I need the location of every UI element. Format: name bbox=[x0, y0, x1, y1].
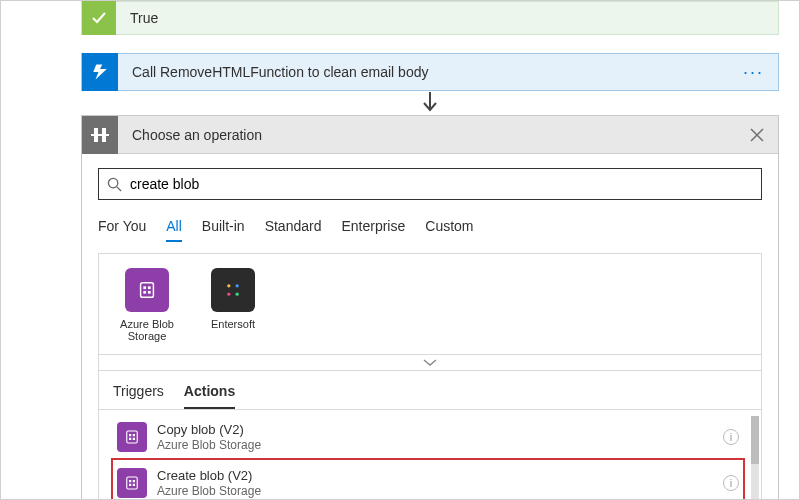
action-item-subtitle: Azure Blob Storage bbox=[157, 484, 261, 498]
subtab-actions[interactable]: Actions bbox=[184, 377, 235, 409]
svg-rect-18 bbox=[133, 438, 135, 440]
svg-rect-1 bbox=[94, 128, 98, 142]
svg-rect-17 bbox=[129, 438, 131, 440]
choose-operation-panel: Choose an operation For YouAllBuilt-inSt… bbox=[81, 115, 779, 500]
connector-entersoft[interactable]: Entersoft bbox=[197, 268, 269, 342]
azure-blob-storage-icon bbox=[125, 268, 169, 312]
flow-arrow bbox=[81, 91, 779, 115]
results-box: Azure Blob StorageEntersoft TriggersActi… bbox=[98, 253, 762, 500]
action-create-blob-v2-[interactable]: Create blob (V2)Azure Blob Storagei bbox=[113, 460, 743, 500]
svg-rect-20 bbox=[129, 480, 131, 482]
svg-rect-0 bbox=[91, 134, 109, 136]
choose-operation-title: Choose an operation bbox=[118, 127, 736, 143]
svg-rect-9 bbox=[148, 291, 151, 294]
svg-rect-8 bbox=[143, 291, 146, 294]
action-item-subtitle: Azure Blob Storage bbox=[157, 438, 261, 452]
svg-rect-23 bbox=[133, 484, 135, 486]
svg-rect-22 bbox=[129, 484, 131, 486]
action-item-title: Create blob (V2) bbox=[157, 468, 261, 484]
azure-function-icon bbox=[82, 53, 118, 91]
condition-true-header[interactable]: True bbox=[81, 1, 779, 35]
triggers-actions-tabs: TriggersActions bbox=[99, 370, 761, 409]
azure-blob-storage-icon bbox=[117, 422, 147, 452]
condition-title: True bbox=[116, 10, 158, 26]
close-icon[interactable] bbox=[736, 128, 778, 142]
operation-icon bbox=[82, 116, 118, 154]
search-icon bbox=[107, 177, 122, 192]
svg-rect-15 bbox=[129, 434, 131, 436]
choose-operation-header: Choose an operation bbox=[82, 116, 778, 154]
svg-point-11 bbox=[236, 284, 239, 287]
subtab-triggers[interactable]: Triggers bbox=[113, 377, 164, 409]
svg-rect-16 bbox=[133, 434, 135, 436]
svg-rect-2 bbox=[102, 128, 106, 142]
connector-azure-blob-storage[interactable]: Azure Blob Storage bbox=[111, 268, 183, 342]
checkmark-icon bbox=[82, 1, 116, 35]
connector-label: Entersoft bbox=[197, 318, 269, 330]
search-box[interactable] bbox=[98, 168, 762, 200]
entersoft-icon bbox=[211, 268, 255, 312]
search-input[interactable] bbox=[122, 176, 753, 192]
svg-point-10 bbox=[227, 284, 230, 287]
svg-point-3 bbox=[108, 178, 117, 187]
svg-point-13 bbox=[236, 293, 239, 296]
filter-tab-all[interactable]: All bbox=[166, 212, 182, 242]
filter-tab-custom[interactable]: Custom bbox=[425, 212, 473, 242]
filter-tabs: For YouAllBuilt-inStandardEnterpriseCust… bbox=[98, 212, 762, 243]
expand-connectors-icon[interactable] bbox=[99, 354, 761, 370]
action-copy-blob-v2-[interactable]: Copy blob (V2)Azure Blob Storagei bbox=[113, 414, 743, 460]
filter-tab-standard[interactable]: Standard bbox=[265, 212, 322, 242]
svg-rect-21 bbox=[133, 480, 135, 482]
svg-rect-14 bbox=[127, 431, 138, 443]
info-icon[interactable]: i bbox=[723, 429, 739, 445]
filter-tab-enterprise[interactable]: Enterprise bbox=[341, 212, 405, 242]
svg-point-12 bbox=[227, 293, 230, 296]
svg-rect-5 bbox=[141, 283, 154, 298]
scrollbar-thumb[interactable] bbox=[751, 416, 759, 464]
svg-rect-19 bbox=[127, 477, 138, 489]
scrollbar[interactable] bbox=[751, 416, 759, 500]
choose-operation-body: For YouAllBuilt-inStandardEnterpriseCust… bbox=[82, 154, 778, 500]
filter-tab-for-you[interactable]: For You bbox=[98, 212, 146, 242]
action-list: Copy blob (V2)Azure Blob StorageiCreate … bbox=[99, 409, 761, 500]
info-icon[interactable]: i bbox=[723, 475, 739, 491]
svg-rect-6 bbox=[143, 286, 146, 289]
action-item-title: Copy blob (V2) bbox=[157, 422, 261, 438]
designer-canvas: True Call RemoveHTMLFunction to clean em… bbox=[81, 1, 779, 500]
connector-label: Azure Blob Storage bbox=[111, 318, 183, 342]
azure-blob-storage-icon bbox=[117, 468, 147, 498]
more-menu-icon[interactable]: ··· bbox=[729, 62, 778, 83]
svg-line-4 bbox=[117, 186, 121, 190]
svg-rect-7 bbox=[148, 286, 151, 289]
action-card-remove-html[interactable]: Call RemoveHTMLFunction to clean email b… bbox=[81, 53, 779, 91]
action-card-title: Call RemoveHTMLFunction to clean email b… bbox=[118, 64, 729, 80]
filter-tab-built-in[interactable]: Built-in bbox=[202, 212, 245, 242]
connector-grid: Azure Blob StorageEntersoft bbox=[99, 254, 761, 354]
